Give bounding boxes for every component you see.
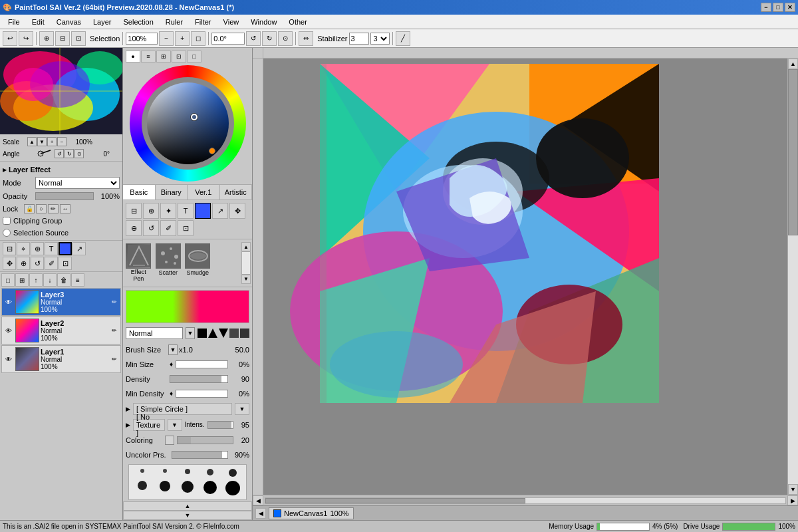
brush-tab-basic[interactable]: Basic bbox=[123, 185, 156, 200]
rotate-reset-button[interactable]: ⊙ bbox=[278, 31, 293, 46]
menu-canvas[interactable]: Canvas bbox=[51, 17, 86, 27]
clipping-group-checkbox[interactable] bbox=[3, 217, 11, 225]
stabilizer-select[interactable]: 31245 bbox=[370, 33, 390, 45]
brush-tool-lasso[interactable]: ⊛ bbox=[143, 203, 159, 219]
tool-move[interactable]: ✥ bbox=[3, 257, 16, 270]
tool-rect-select[interactable]: ⊟ bbox=[3, 242, 16, 255]
shape-round[interactable] bbox=[229, 329, 239, 338]
mode-select[interactable]: Normal Multiply Screen bbox=[35, 177, 120, 189]
tab-left-arrow[interactable]: ◀ bbox=[255, 508, 266, 519]
layer-options-button[interactable]: ≡ bbox=[71, 273, 84, 287]
delete-layer-button[interactable]: 🗑 bbox=[57, 273, 70, 287]
scale-sub[interactable]: − bbox=[57, 137, 66, 146]
angle-input[interactable] bbox=[211, 33, 245, 45]
menu-layer[interactable]: Layer bbox=[88, 17, 117, 27]
angle-reset[interactable]: ⊙ bbox=[74, 149, 84, 158]
opacity-bar[interactable] bbox=[35, 192, 94, 200]
rotate-cw-button[interactable]: ↻ bbox=[262, 31, 277, 46]
tool-text[interactable]: T bbox=[45, 242, 58, 255]
vscroll-down[interactable]: ▼ bbox=[788, 484, 798, 495]
brush-mode-arrow[interactable]: ▼ bbox=[186, 327, 195, 339]
vscroll-thumb[interactable] bbox=[788, 69, 798, 235]
rotate-ccw-button[interactable]: ↺ bbox=[246, 31, 261, 46]
smudge-item[interactable]: Smudge bbox=[184, 242, 212, 284]
vscroll-up[interactable]: ▲ bbox=[788, 59, 798, 69]
select-rect-button[interactable]: ⊟ bbox=[55, 31, 70, 46]
menu-filter[interactable]: Filter bbox=[190, 17, 216, 27]
tool-magic-wand[interactable]: ⌖ bbox=[17, 242, 30, 255]
menu-selection[interactable]: Selection bbox=[118, 17, 159, 27]
color-tab-mixer[interactable]: ⊞ bbox=[156, 51, 171, 63]
shape-options-btn[interactable]: ▼ bbox=[235, 403, 249, 415]
min-size-bar[interactable] bbox=[176, 360, 228, 368]
texture-arrow[interactable]: ▶ bbox=[126, 422, 130, 428]
effect-pen-item[interactable]: EffectPen bbox=[124, 242, 153, 284]
layer-up-button[interactable]: ↑ bbox=[29, 273, 43, 287]
scale-up[interactable]: ▲ bbox=[27, 137, 37, 146]
zoom-input[interactable] bbox=[126, 33, 158, 45]
coloring-checkbox[interactable] bbox=[165, 436, 174, 445]
color-wheel-container[interactable] bbox=[130, 65, 246, 182]
color-gradient-box[interactable] bbox=[147, 82, 229, 164]
stabilizer-input[interactable] bbox=[349, 33, 369, 45]
layer1-visibility[interactable]: 👁 bbox=[3, 354, 14, 364]
angle-cw[interactable]: ↻ bbox=[65, 149, 74, 158]
density-bar[interactable] bbox=[170, 375, 228, 383]
layer2-visibility[interactable]: 👁 bbox=[3, 325, 14, 336]
color-tab-history[interactable]: □ bbox=[187, 51, 201, 63]
brush-tool-text[interactable]: T bbox=[178, 203, 194, 219]
layer-item-2[interactable]: 👁 Layer2 Normal 100% ✏ bbox=[1, 317, 121, 344]
select-lasso-button[interactable]: ⊡ bbox=[71, 31, 86, 46]
lock-opacity[interactable]: ○ bbox=[36, 204, 47, 213]
color-tab-swatch[interactable]: ⊡ bbox=[172, 51, 186, 63]
scale-add[interactable]: + bbox=[47, 137, 57, 146]
scatter-item[interactable]: Scatter bbox=[154, 242, 183, 284]
coloring-bar[interactable] bbox=[177, 436, 233, 444]
redo-button[interactable]: ↪ bbox=[19, 31, 33, 46]
layer3-visibility[interactable]: 👁 bbox=[3, 297, 14, 307]
color-swatch-display[interactable] bbox=[195, 203, 211, 219]
brush-tool-rect[interactable]: ⊟ bbox=[126, 203, 142, 219]
zoom-fit-button[interactable]: ◻ bbox=[191, 31, 205, 46]
undo-button[interactable]: ↩ bbox=[3, 31, 17, 46]
hscroll-thumb[interactable] bbox=[265, 498, 525, 503]
tool-color-wheel[interactable]: ↗ bbox=[72, 242, 86, 255]
hscroll-left[interactable]: ◀ bbox=[253, 495, 263, 505]
tool-bucket[interactable]: ⊡ bbox=[59, 257, 72, 270]
select-mode-button[interactable]: ⊕ bbox=[39, 31, 54, 46]
layer1-edit[interactable]: ✏ bbox=[110, 354, 119, 364]
shape-dark[interactable] bbox=[240, 329, 249, 338]
flip-button[interactable]: ⇔ bbox=[299, 31, 313, 46]
zoom-out-button[interactable]: − bbox=[159, 31, 174, 46]
hscroll-right[interactable]: ▶ bbox=[787, 495, 798, 505]
tool-lasso[interactable]: ⊛ bbox=[31, 242, 44, 255]
brush-tool-zoom2[interactable]: ⊕ bbox=[126, 220, 142, 236]
menu-other[interactable]: Other bbox=[283, 17, 313, 27]
lock-all[interactable]: 🔒 bbox=[24, 204, 35, 213]
tool-eyedropper[interactable]: ✐ bbox=[45, 257, 58, 270]
texture-options-btn[interactable]: ▼ bbox=[168, 419, 182, 431]
layer-item-1[interactable]: 👁 Layer1 Normal 100% ✏ bbox=[1, 345, 121, 373]
eyedropper-button[interactable]: ╱ bbox=[396, 31, 410, 46]
drawing-area[interactable] bbox=[263, 59, 787, 495]
angle-ccw[interactable]: ↺ bbox=[55, 149, 64, 158]
brush-tab-binary[interactable]: Binary bbox=[156, 185, 188, 200]
layer3-edit[interactable]: ✏ bbox=[110, 297, 119, 307]
shape-triangle-down[interactable] bbox=[219, 329, 228, 338]
lock-move[interactable]: ↔ bbox=[60, 204, 70, 213]
layer2-edit[interactable]: ✏ bbox=[110, 326, 119, 335]
brush-tool-eyedrop[interactable]: ✐ bbox=[160, 220, 176, 236]
min-density-bar[interactable] bbox=[176, 390, 228, 398]
layer-item-3[interactable]: 👁 Layer3 Normal 100% ✏ bbox=[1, 288, 121, 316]
shape-square[interactable] bbox=[198, 329, 207, 338]
menu-file[interactable]: File bbox=[3, 17, 25, 27]
color-swatch-main[interactable] bbox=[59, 242, 72, 255]
uncolor-bar[interactable] bbox=[172, 451, 228, 459]
brush-tool-rotate2[interactable]: ↺ bbox=[143, 220, 159, 236]
layer-effect-header[interactable]: ▶ Layer Effect bbox=[3, 163, 120, 176]
brush-tab-ver1[interactable]: Ver.1 bbox=[188, 185, 220, 200]
brush-panel-scroll-down[interactable]: ▼ bbox=[123, 511, 252, 520]
zoom-in-button[interactable]: + bbox=[175, 31, 190, 46]
close-button[interactable]: ✕ bbox=[785, 3, 795, 12]
brush-size-arrow[interactable]: ▼ bbox=[168, 344, 178, 355]
